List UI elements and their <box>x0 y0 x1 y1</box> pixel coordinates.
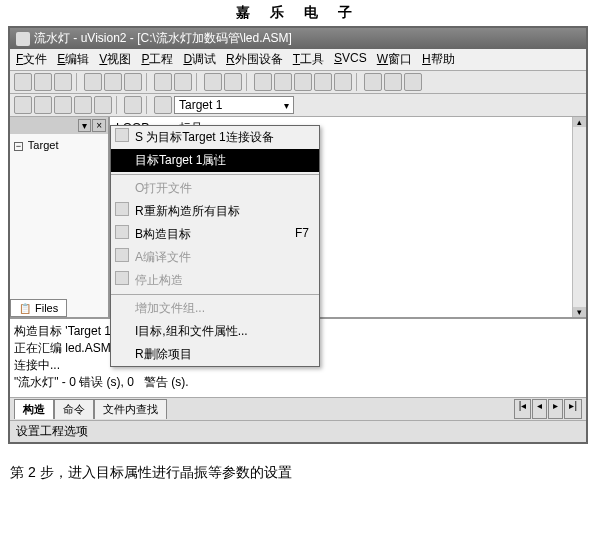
download-icon[interactable] <box>94 96 112 114</box>
context-menu-item[interactable]: 目标Target 1属性 <box>111 149 319 172</box>
ctx-item-label: 目标Target 1属性 <box>135 153 226 167</box>
panel-close-icon[interactable]: × <box>92 119 106 132</box>
prev-bookmark-icon[interactable] <box>314 73 332 91</box>
out-nav-next-icon[interactable]: ▸ <box>548 399 563 419</box>
context-menu-item: 停止构造 <box>111 269 319 292</box>
context-menu-item: O打开文件 <box>111 177 319 200</box>
ctx-item-icon <box>115 271 129 285</box>
context-menu-item[interactable]: I目标,组和文件属性... <box>111 320 319 343</box>
menu-item[interactable]: P工程 <box>141 51 173 68</box>
ctx-item-label: 增加文件组... <box>135 301 205 315</box>
title-text: 流水灯 - uVision2 - [C:\流水灯加数码管\led.ASM] <box>34 30 292 47</box>
stop-build-icon[interactable] <box>74 96 92 114</box>
ctx-item-label: O打开文件 <box>135 181 192 195</box>
find-icon[interactable] <box>254 73 272 91</box>
output-tab[interactable]: 命令 <box>54 399 94 419</box>
toolbar-build: Target 1 <box>10 94 586 117</box>
app-window: 流水灯 - uVision2 - [C:\流水灯加数码管\led.ASM] F文… <box>8 26 588 444</box>
output-tab[interactable]: 构造 <box>14 399 54 419</box>
ctx-item-label: R删除项目 <box>135 347 192 361</box>
project-tree: − Target <box>10 134 108 156</box>
clear-bookmark-icon[interactable] <box>334 73 352 91</box>
vertical-scrollbar[interactable] <box>572 117 586 317</box>
app-icon <box>16 32 30 46</box>
undo-icon[interactable] <box>154 73 172 91</box>
help-icon[interactable] <box>404 73 422 91</box>
ctx-item-label: A编译文件 <box>135 250 191 264</box>
files-tab[interactable]: Files <box>10 299 67 317</box>
out-nav-prev-icon[interactable]: ◂ <box>532 399 547 419</box>
output-tab[interactable]: 文件内查找 <box>94 399 167 419</box>
bookmark-icon[interactable] <box>274 73 292 91</box>
menu-item[interactable]: H帮助 <box>422 51 455 68</box>
menu-item[interactable]: SVCS <box>334 51 367 68</box>
panel-controls: ▾ × <box>10 117 108 134</box>
ctx-item-icon <box>115 202 129 216</box>
context-menu: S 为目标Target 1连接设备目标Target 1属性O打开文件R重新构造所… <box>110 125 320 367</box>
ctx-item-label: S 为目标Target 1连接设备 <box>135 130 274 144</box>
ctx-item-label: R重新构造所有目标 <box>135 204 240 218</box>
ctx-item-icon <box>115 128 129 142</box>
context-menu-item: A编译文件 <box>111 246 319 269</box>
toolbar-main <box>10 71 586 94</box>
ctx-item-icon <box>115 248 129 262</box>
context-menu-item: 增加文件组... <box>111 297 319 320</box>
title-bar: 流水灯 - uVision2 - [C:\流水灯加数码管\led.ASM] <box>10 28 586 49</box>
output-tabs: 构造命令文件内查找 |◂ ◂ ▸ ▸| <box>10 397 586 420</box>
target-combo-text: Target 1 <box>179 98 222 112</box>
expand-icon[interactable]: − <box>14 142 23 151</box>
context-menu-item[interactable]: S 为目标Target 1连接设备 <box>111 126 319 149</box>
compile-icon[interactable] <box>54 96 72 114</box>
menu-bar: F文件E编辑V视图P工程D调试R外围设备T工具SVCSW窗口H帮助 <box>10 49 586 71</box>
paste-icon[interactable] <box>124 73 142 91</box>
open-icon[interactable] <box>34 73 52 91</box>
ctx-item-icon <box>115 225 129 239</box>
project-panel: ▾ × − Target Files <box>10 117 110 317</box>
debug-icon[interactable] <box>364 73 382 91</box>
page-header: 嘉 乐 电 子 <box>0 0 596 26</box>
indent-icon[interactable] <box>204 73 222 91</box>
output-nav: |◂ ◂ ▸ ▸| <box>514 399 582 419</box>
target-options-icon[interactable] <box>124 96 142 114</box>
build-icon[interactable] <box>34 96 52 114</box>
files-tab-label: Files <box>35 302 58 314</box>
output-line: "流水灯" - 0 错误 (s), 0 警告 (s). <box>14 374 582 391</box>
context-menu-item[interactable]: R重新构造所有目标 <box>111 200 319 223</box>
menu-item[interactable]: E编辑 <box>57 51 89 68</box>
status-bar: 设置工程选项 <box>10 420 586 442</box>
new-icon[interactable] <box>14 73 32 91</box>
out-nav-last-icon[interactable]: ▸| <box>564 399 582 419</box>
footer-caption: 第 2 步，进入目标属性进行晶振等参数的设置 <box>0 444 596 490</box>
copy-icon[interactable] <box>104 73 122 91</box>
rebuild-icon[interactable] <box>14 96 32 114</box>
menu-item[interactable]: F文件 <box>16 51 47 68</box>
menu-item[interactable]: R外围设备 <box>226 51 283 68</box>
target-combo[interactable]: Target 1 <box>174 96 294 114</box>
menu-item[interactable]: W窗口 <box>377 51 412 68</box>
menu-item[interactable]: D调试 <box>183 51 216 68</box>
ctx-item-label: B构造目标 <box>135 227 191 241</box>
tree-root-label: Target <box>28 139 59 151</box>
out-nav-first-icon[interactable]: |◂ <box>514 399 532 419</box>
context-menu-item[interactable]: R删除项目 <box>111 343 319 366</box>
ctx-shortcut: F7 <box>295 226 309 240</box>
menu-item[interactable]: T工具 <box>293 51 324 68</box>
tool-icon[interactable] <box>384 73 402 91</box>
menu-item[interactable]: V视图 <box>99 51 131 68</box>
panel-dock-icon[interactable]: ▾ <box>78 119 91 132</box>
target-select-icon[interactable] <box>154 96 172 114</box>
save-icon[interactable] <box>54 73 72 91</box>
cut-icon[interactable] <box>84 73 102 91</box>
ctx-item-label: I目标,组和文件属性... <box>135 324 248 338</box>
workspace: ▾ × − Target Files LOOP: ;标号中p2.0 数码管左边的… <box>10 117 586 317</box>
redo-icon[interactable] <box>174 73 192 91</box>
next-bookmark-icon[interactable] <box>294 73 312 91</box>
outdent-icon[interactable] <box>224 73 242 91</box>
tree-root[interactable]: − Target <box>14 138 104 152</box>
context-menu-item[interactable]: B构造目标F7 <box>111 223 319 246</box>
ctx-item-label: 停止构造 <box>135 273 183 287</box>
